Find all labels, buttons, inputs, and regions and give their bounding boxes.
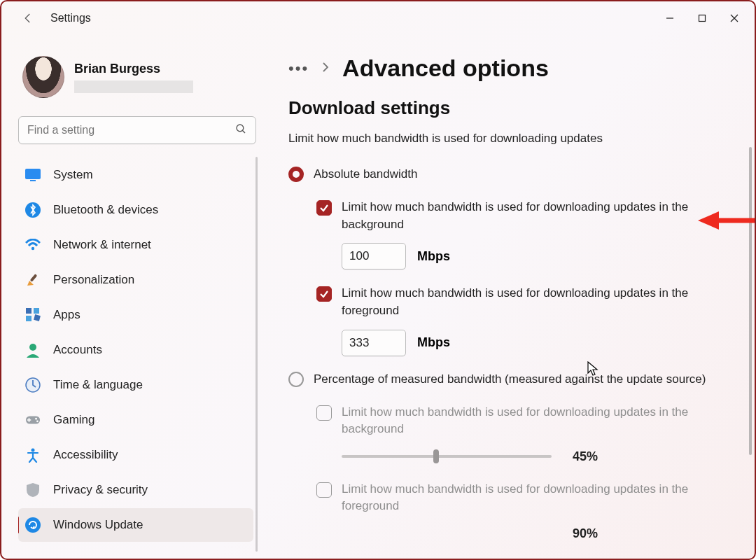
sidebar-item-label: System [53, 168, 93, 182]
close-button[interactable] [718, 7, 750, 29]
nav: System Bluetooth & devices Network & int… [18, 157, 260, 552]
svg-rect-8 [30, 274, 38, 282]
bluetooth-icon [25, 202, 41, 218]
unit-label: Mbps [417, 335, 450, 350]
section-title: Download settings [288, 97, 736, 119]
clock-globe-icon [25, 377, 41, 393]
main-content: ••• Advanced options Download settings L… [267, 35, 755, 559]
accessibility-icon [25, 447, 41, 463]
svg-rect-11 [26, 316, 31, 321]
chevron-right-icon [321, 62, 330, 76]
search-box[interactable] [18, 116, 256, 144]
sidebar-item-label: Privacy & security [53, 483, 148, 497]
sidebar-item-network[interactable]: Network & internet [18, 228, 253, 262]
content-scrollbar[interactable] [749, 147, 752, 455]
slider-value: 90% [573, 526, 598, 541]
breadcrumb: ••• Advanced options [288, 55, 736, 82]
sidebar-item-accessibility[interactable]: Accessibility [18, 438, 253, 472]
profile-block[interactable]: Brian Burgess [18, 49, 260, 111]
radio-label: Absolute bandwidth [314, 167, 417, 181]
svg-point-18 [31, 449, 35, 452]
unit-label: Mbps [417, 249, 450, 264]
sidebar-item-gaming[interactable]: Gaming [18, 403, 253, 437]
svg-rect-9 [26, 308, 31, 314]
checkbox-limit-foreground-absolute[interactable]: Limit how much bandwidth is used for dow… [316, 285, 736, 319]
svg-rect-5 [30, 180, 36, 181]
svg-point-17 [36, 420, 38, 422]
sidebar-item-label: Apps [53, 308, 80, 322]
checkbox-limit-background-percent: Limit how much bandwidth is used for dow… [316, 404, 736, 438]
window-title: Settings [50, 12, 91, 24]
maximize-button[interactable] [686, 7, 718, 29]
checkbox-icon [316, 200, 332, 216]
svg-point-7 [31, 247, 34, 250]
sidebar-item-accounts[interactable]: Accounts [18, 333, 253, 367]
radio-label: Percentage of measured bandwidth (measur… [314, 372, 706, 386]
background-percent-slider [342, 451, 552, 462]
window-controls [654, 7, 750, 29]
svg-line-3 [242, 130, 245, 133]
sidebar-item-label: Gaming [53, 413, 95, 427]
svg-rect-10 [34, 308, 39, 314]
sidebar: Brian Burgess System [1, 35, 267, 559]
svg-rect-1 [699, 15, 706, 22]
radio-percentage-bandwidth[interactable]: Percentage of measured bandwidth (measur… [288, 372, 736, 387]
radio-icon [288, 167, 304, 182]
settings-window: Settings Brian Burgess [0, 0, 756, 560]
sidebar-item-label: Time & language [53, 378, 143, 392]
checkbox-icon [316, 286, 332, 302]
profile-email-redacted [74, 80, 193, 93]
sidebar-item-time-language[interactable]: Time & language [18, 368, 253, 402]
display-icon [25, 167, 41, 183]
svg-rect-4 [25, 169, 41, 179]
wifi-icon [25, 237, 41, 253]
minimize-button[interactable] [654, 7, 686, 29]
titlebar: Settings [1, 1, 755, 35]
search-input[interactable] [27, 124, 234, 136]
gamepad-icon [25, 412, 41, 428]
section-description: Limit how much bandwidth is used for dow… [288, 132, 736, 146]
sidebar-item-privacy[interactable]: Privacy & security [18, 473, 253, 507]
sidebar-item-system[interactable]: System [18, 158, 253, 192]
svg-point-16 [35, 418, 37, 420]
checkbox-label: Limit how much bandwidth is used for dow… [342, 481, 734, 515]
apps-icon [25, 307, 41, 323]
radio-icon [288, 372, 304, 387]
checkbox-limit-foreground-percent: Limit how much bandwidth is used for dow… [316, 481, 736, 515]
svg-rect-12 [34, 314, 41, 321]
checkbox-label: Limit how much bandwidth is used for dow… [342, 404, 734, 438]
page-title: Advanced options [342, 55, 549, 82]
sidebar-item-label: Personalization [53, 273, 134, 287]
sidebar-item-label: Network & internet [53, 238, 151, 252]
paintbrush-icon [25, 272, 41, 288]
sidebar-scrollbar[interactable] [255, 157, 258, 552]
background-bandwidth-input[interactable] [342, 243, 406, 270]
search-icon [234, 122, 247, 138]
back-button[interactable] [18, 8, 38, 28]
sidebar-item-label: Windows Update [53, 518, 144, 532]
svg-point-19 [25, 517, 41, 533]
sidebar-item-label: Accessibility [53, 448, 118, 462]
svg-point-13 [29, 344, 36, 351]
checkbox-label: Limit how much bandwidth is used for dow… [342, 285, 734, 319]
checkbox-icon [316, 405, 332, 421]
shield-icon [25, 482, 41, 498]
avatar [22, 56, 64, 98]
sidebar-item-label: Bluetooth & devices [53, 203, 158, 217]
checkbox-limit-background-absolute[interactable]: Limit how much bandwidth is used for dow… [316, 199, 736, 233]
radio-absolute-bandwidth[interactable]: Absolute bandwidth [288, 167, 736, 182]
breadcrumb-ellipsis[interactable]: ••• [288, 59, 309, 78]
sidebar-item-label: Accounts [53, 343, 102, 357]
slider-value: 45% [573, 449, 598, 464]
profile-name: Brian Burgess [74, 62, 193, 76]
sidebar-item-apps[interactable]: Apps [18, 298, 253, 332]
update-icon [25, 517, 41, 533]
checkbox-label: Limit how much bandwidth is used for dow… [342, 199, 734, 233]
sidebar-item-windows-update[interactable]: Windows Update [18, 508, 253, 542]
checkbox-icon [316, 482, 332, 498]
sidebar-item-bluetooth[interactable]: Bluetooth & devices [18, 193, 253, 227]
sidebar-item-personalization[interactable]: Personalization [18, 263, 253, 297]
foreground-bandwidth-input[interactable] [342, 330, 406, 356]
person-icon [25, 342, 41, 358]
